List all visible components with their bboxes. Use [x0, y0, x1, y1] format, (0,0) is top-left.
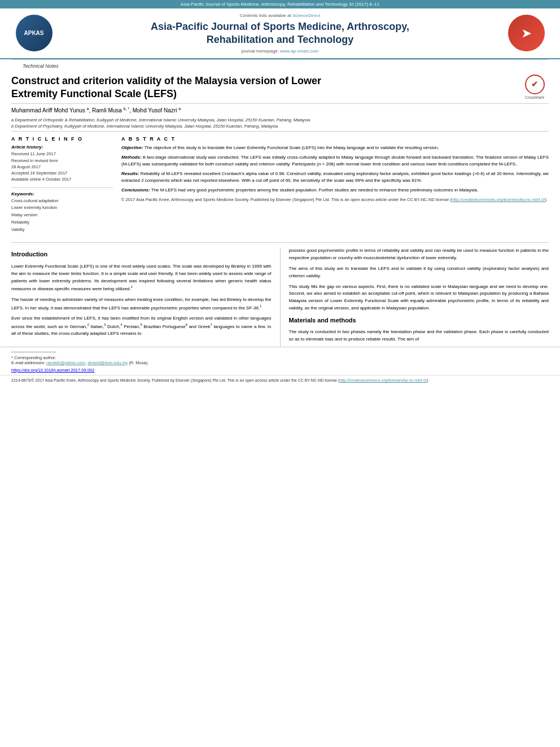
affiliation-b: b Department of Psychiatry, Kulliyyah of… [11, 123, 549, 129]
body-left-column: Introduction Lower Extremity Functional … [11, 247, 272, 347]
doi-link[interactable]: https://doi.org/10.1016/j.asmart.2017.09… [11, 368, 94, 373]
abstract-column: A B S T R A C T Objective: The objective… [121, 136, 549, 238]
info-divider [11, 187, 113, 188]
methods-title: Materials and methods [289, 316, 549, 326]
history-accepted: Accepted 16 September 2017 [11, 170, 113, 176]
journal-logo-right: ➤ [504, 15, 549, 51]
conclusions-label: Conclusions: [121, 187, 150, 193]
bottom-info: 2214-6873/© 2017 Asia Pacific Knee, Arth… [0, 375, 560, 386]
corresponding-note: * Corresponding author. [11, 355, 549, 360]
article-title-section: Construct and criterion validity of the … [11, 70, 549, 104]
keywords-list: Cross-cultural adaptation Lower extremit… [11, 198, 113, 234]
conclusions-text: The M-LEFS had very good psychometric pr… [151, 187, 478, 193]
abstract-objective: Objective: The objective of this study i… [121, 145, 549, 151]
footnote-section: * Corresponding author. E-mail addresses… [0, 347, 560, 365]
keyword-1: Cross-cultural adaptation [11, 198, 113, 205]
journal-title: Asia-Pacific Journal of Sports Medicine,… [56, 20, 504, 47]
main-content: Technical Notes Construct and criterion … [0, 59, 560, 238]
abstract-conclusions: Conclusions: The M-LEFS had very good ps… [121, 187, 549, 194]
abstract-header: A B S T R A C T [121, 136, 549, 142]
journal-header: APKAS Contents lists available at Scienc… [0, 8, 560, 59]
keywords-section: Keywords: Cross-cultural adaptation Lowe… [11, 191, 113, 234]
history-received: Received 11 June 2017 [11, 151, 113, 157]
article-history-section: Article history: Received 11 June 2017 R… [11, 145, 113, 182]
history-online: Available online 4 October 2017 [11, 176, 113, 182]
history-revised: Received in revised form [11, 158, 113, 164]
section-label: Technical Notes [11, 59, 549, 70]
authors-line: Muhammad Ariff Mohd Yunus a, Ramli Musa … [11, 104, 549, 115]
objective-text: The objective of this study is to transl… [145, 145, 439, 150]
affiliations: a Department of Orthopedic & Rehabilitat… [11, 115, 549, 132]
column-divider [280, 247, 281, 347]
body-right-para-2: The aims of this study are to translate … [289, 265, 549, 280]
journal-citation-bar: Asia-Pacific Journal of Sports Medicine,… [0, 0, 560, 8]
journal-homepage: journal homepage: www.ap-smart.com [56, 49, 504, 54]
copyright-line: © 2017 Asia Pacific Knee, Arthroscopy an… [121, 196, 549, 203]
intro-para-1: Lower Extremity Functional Scale (LEFS) … [11, 263, 272, 293]
results-text: Reliability of M-LEFS revealed excellent… [121, 171, 549, 183]
intro-title: Introduction [11, 250, 272, 260]
homepage-link[interactable]: www.ap-smart.com [280, 49, 318, 54]
journal-title-block: Contents lists available at ScienceDirec… [56, 13, 504, 54]
elsevier-logo: ➤ [508, 15, 545, 51]
abstract-methods: Methods: A two-stage observational study… [121, 154, 549, 168]
crossmark-icon: ✔ [525, 75, 545, 94]
intro-para-2: The hassle of needing to administer vari… [11, 296, 272, 312]
keyword-2: Lower extremity function [11, 204, 113, 212]
affiliation-a: a Department of Orthopedic & Rehabilitat… [11, 117, 549, 123]
history-revised-date: 28 August 2017 [11, 164, 113, 170]
citation-text: Asia-Pacific Journal of Sports Medicine,… [181, 2, 379, 7]
crossmark-label: CrossMark [525, 95, 544, 99]
article-info-header: A R T I C L E I N F O [11, 136, 113, 142]
email-link-2[interactable]: drramli@iium.edu.my [88, 360, 128, 365]
body-content: Introduction Lower Extremity Functional … [0, 247, 560, 347]
results-label: Results: [121, 171, 139, 176]
keywords-label: Keywords: [11, 191, 113, 196]
doi-section: https://doi.org/10.1016/j.asmart.2017.09… [0, 365, 560, 375]
email-link-1[interactable]: ramlidh@yahoo.com [46, 360, 85, 365]
methods-text: A two-stage observational study was cond… [121, 155, 549, 167]
article-info-column: A R T I C L E I N F O Article history: R… [11, 136, 113, 238]
sciencedirect-line: Contents lists available at ScienceDirec… [56, 13, 504, 18]
sciencedirect-link[interactable]: ScienceDirect [292, 13, 320, 18]
body-right-para-3: This study fills the gap on various aspe… [289, 283, 549, 312]
objective-label: Objective: [121, 145, 143, 150]
info-abstract-section: A R T I C L E I N F O Article history: R… [11, 132, 549, 238]
keyword-4: Reliability [11, 219, 113, 226]
keyword-3: Malay version [11, 212, 113, 219]
cc-license-link[interactable]: http://creativecommons.org/licenses/by-n… [452, 197, 545, 202]
body-right-column: possess good psychometric profile in ter… [289, 247, 549, 347]
bottom-license-link[interactable]: http://creativecommons.org/licenses/by-n… [339, 378, 426, 382]
body-right-para-1: possess good psychometric profile in ter… [289, 247, 549, 262]
article-title: Construct and criterion validity of the … [11, 75, 520, 101]
keyword-5: Validity [11, 226, 113, 234]
methods-label: Methods: [121, 155, 142, 160]
journal-logo-left: APKAS [11, 15, 56, 51]
history-label: Article history: [11, 145, 113, 150]
abstract-results: Results: Reliability of M-LEFS revealed … [121, 171, 549, 184]
methods-para: The study is conducted in two phases nam… [289, 329, 549, 343]
section-divider [11, 242, 549, 243]
email-note: E-mail addresses: ramlidh@yahoo.com, drr… [11, 360, 549, 365]
intro-para-3: Ever since the establishment of the LEFS… [11, 315, 272, 338]
crossmark-badge[interactable]: ✔ CrossMark [520, 75, 549, 99]
apkas-logo: APKAS [16, 15, 53, 51]
